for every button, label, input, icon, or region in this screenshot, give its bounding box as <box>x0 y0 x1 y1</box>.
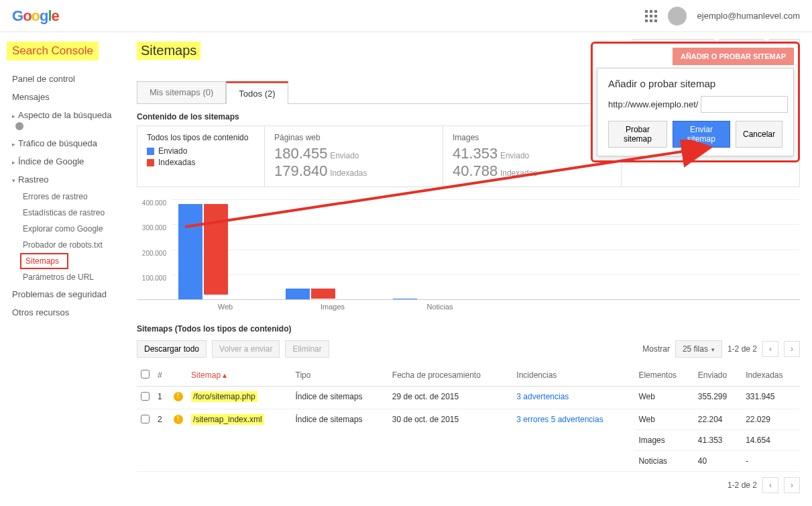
nav-robots-tester[interactable]: Probador de robots.txt <box>20 237 125 253</box>
dialog-base-url: http://www.ejemplo.net/ <box>608 99 698 109</box>
select-all-checkbox[interactable] <box>141 370 150 378</box>
test-sitemap-button[interactable]: Probar sitemap <box>608 121 667 148</box>
stat-web: Páginas web 180.455 Enviado 179.840 Inde… <box>265 126 443 187</box>
bar-images-sent <box>286 289 310 299</box>
nav-crawl[interactable]: Rastreo <box>7 170 125 189</box>
row-checkbox[interactable] <box>141 392 150 401</box>
prev-page[interactable]: ‹ <box>762 341 778 357</box>
nav-security[interactable]: Problemas de seguridad <box>7 285 125 303</box>
next-page-bottom[interactable]: › <box>784 477 800 493</box>
nav-fetch-as-google[interactable]: Explorar como Google <box>20 221 125 237</box>
table-row: 1 /foro/sitemap.php Índice de sitemaps 2… <box>137 387 800 409</box>
nav-crawl-errors[interactable]: Errores de rastreo <box>20 189 125 205</box>
issues-link[interactable]: 3 errores 5 advertencias <box>516 415 603 424</box>
page-range: 1-2 de 2 <box>728 344 757 354</box>
nav-google-index[interactable]: Índice de Google <box>7 152 125 170</box>
dialog-title: Añadir o probar sitemap <box>608 78 782 89</box>
bar-web-indexed <box>204 204 228 295</box>
legend-sent-color <box>147 148 154 155</box>
bar-news-sent <box>393 299 417 299</box>
nav-search-appearance[interactable]: Aspecto de la búsqueda <box>7 106 125 134</box>
apps-icon[interactable] <box>645 10 657 22</box>
warning-icon <box>174 392 183 401</box>
sitemap-link[interactable]: /sitemap_index.xml <box>191 414 264 425</box>
delete-button[interactable]: Eliminar <box>285 340 329 358</box>
table-row: 2 /sitemap_index.xml Índice de sitemaps … <box>137 409 800 430</box>
download-all-button[interactable]: Descargar todo <box>137 340 207 358</box>
avatar[interactable] <box>668 7 687 26</box>
nav-search-traffic[interactable]: Tráfico de búsqueda <box>7 134 125 152</box>
sitemap-path-input[interactable] <box>701 96 788 113</box>
row-checkbox[interactable] <box>141 415 150 423</box>
add-test-sitemap-button[interactable]: AÑADIR O PROBAR SITEMAP <box>673 48 794 65</box>
chart: 400.000 300.000 200.000 100.000 <box>137 199 800 300</box>
sidebar: Search Console Panel de control Mensajes… <box>0 32 125 503</box>
submit-sitemap-button[interactable]: Enviar sitemap <box>673 121 730 148</box>
tab-my-sitemaps[interactable]: Mis sitemaps (0) <box>137 81 226 103</box>
prev-page-bottom[interactable]: ‹ <box>762 477 778 493</box>
nav-url-params[interactable]: Parámetros de URL <box>20 269 125 285</box>
bar-images-indexed <box>311 289 335 299</box>
user-email: ejemplo@humanlevel.com <box>697 11 800 21</box>
nav-crawl-stats[interactable]: Estadísticas de rastreo <box>20 205 125 221</box>
issues-link[interactable]: 3 advertencias <box>516 392 569 401</box>
topbar: Google ejemplo@humanlevel.com <box>0 0 812 32</box>
google-logo: Google <box>12 7 59 25</box>
nav-dashboard[interactable]: Panel de control <box>7 70 125 88</box>
next-page[interactable]: › <box>784 341 800 357</box>
legend-indexed-color <box>147 159 154 166</box>
add-sitemap-panel: AÑADIR O PROBAR SITEMAP Añadir o probar … <box>591 42 800 162</box>
legend-title: Todos los tipos de contenido <box>147 133 255 142</box>
table-title: Sitemaps (Todos los tipos de contenido) <box>137 324 800 334</box>
page-title: Sitemaps <box>137 42 200 60</box>
bar-web-sent <box>178 204 202 299</box>
add-sitemap-dialog: Añadir o probar sitemap http://www.ejemp… <box>597 68 794 156</box>
app-name: Search Console <box>7 42 99 60</box>
legend-box: Todos los tipos de contenido Enviado Ind… <box>137 126 265 187</box>
cancel-button[interactable]: Cancelar <box>736 121 782 148</box>
nav-other[interactable]: Otros recursos <box>7 303 125 321</box>
resend-button[interactable]: Volver a enviar <box>212 340 280 358</box>
sitemap-link[interactable]: /foro/sitemap.php <box>191 391 257 402</box>
col-sitemap[interactable]: Sitemap ▴ <box>187 364 291 387</box>
nav-sitemaps[interactable]: Sitemaps <box>20 253 68 269</box>
nav-messages[interactable]: Mensajes <box>7 88 125 106</box>
main-content: www.ejemplo.net Ayuda Sitemaps AÑADIR O … <box>125 32 812 503</box>
tab-all-sitemaps[interactable]: Todos (2) <box>226 81 288 104</box>
footer-range: 1-2 de 2 <box>728 480 757 490</box>
warning-icon <box>174 415 183 424</box>
rows-selector[interactable]: 25 filas <box>675 340 722 358</box>
sitemaps-table: # Sitemap ▴ Tipo Fecha de procesamiento … <box>137 364 800 472</box>
